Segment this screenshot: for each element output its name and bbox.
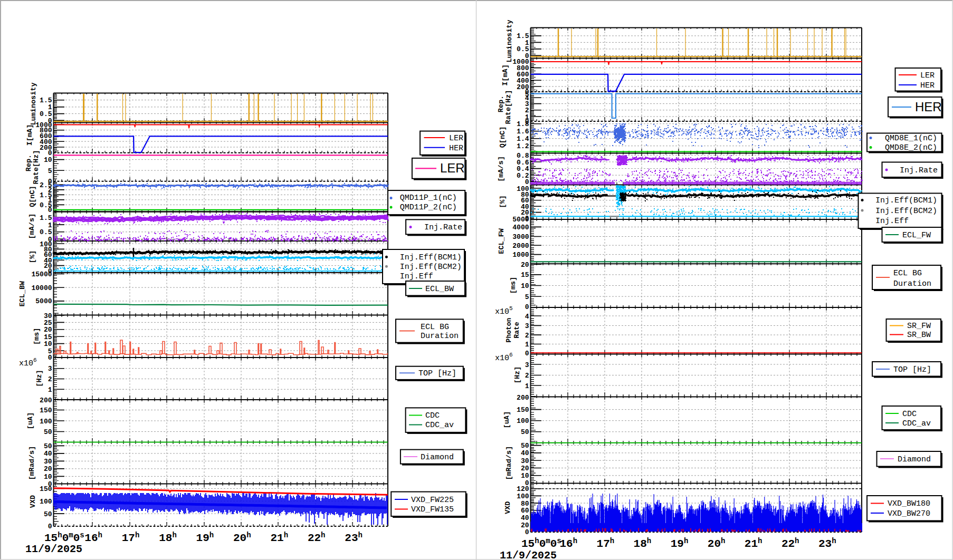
svg-text:50: 50 bbox=[44, 510, 52, 518]
svg-text:30: 30 bbox=[44, 458, 52, 466]
svg-text:Duration: Duration bbox=[893, 279, 931, 288]
svg-text:[mA/s]: [mA/s] bbox=[28, 214, 36, 239]
svg-text:0: 0 bbox=[48, 523, 52, 530]
svg-text:0: 0 bbox=[525, 528, 529, 536]
svg-text:HER: HER bbox=[449, 144, 463, 153]
svg-text:22h: 22h bbox=[782, 537, 799, 550]
svg-text:19h: 19h bbox=[196, 531, 214, 544]
svg-text:CDC: CDC bbox=[425, 411, 440, 420]
svg-text:100: 100 bbox=[517, 417, 529, 425]
svg-text:0: 0 bbox=[48, 206, 52, 214]
svg-text:15000: 15000 bbox=[31, 271, 52, 278]
svg-text:Rep.: Rep. bbox=[25, 155, 33, 171]
svg-text:5: 5 bbox=[525, 293, 529, 301]
svg-text:[mA/s]: [mA/s] bbox=[497, 156, 505, 182]
svg-text:[%]: [%] bbox=[499, 195, 507, 208]
svg-text:23h: 23h bbox=[818, 537, 836, 550]
svg-text:1: 1 bbox=[48, 386, 52, 394]
svg-text:1000: 1000 bbox=[512, 251, 529, 259]
svg-text:50: 50 bbox=[521, 428, 529, 436]
svg-text:0: 0 bbox=[525, 303, 529, 311]
svg-text:x106: x106 bbox=[19, 357, 37, 368]
svg-text:SR_FW: SR_FW bbox=[907, 322, 931, 331]
svg-text:10: 10 bbox=[521, 282, 529, 290]
svg-text:QMD11P_1(nC): QMD11P_1(nC) bbox=[400, 194, 457, 202]
svg-text:VXD_FW135: VXD_FW135 bbox=[411, 505, 454, 514]
svg-text:Luminosity: Luminosity bbox=[506, 20, 513, 62]
svg-text:5000: 5000 bbox=[512, 216, 529, 224]
svg-text:50: 50 bbox=[44, 428, 52, 436]
svg-text:[ms]: [ms] bbox=[509, 277, 517, 294]
svg-text:1: 1 bbox=[525, 382, 529, 390]
svg-text:2000: 2000 bbox=[512, 242, 529, 250]
svg-text:Inj.Eff(BCM2): Inj.Eff(BCM2) bbox=[875, 207, 937, 216]
svg-text:Rate[Hz]: Rate[Hz] bbox=[504, 90, 512, 124]
svg-text:Diamond: Diamond bbox=[898, 455, 931, 464]
svg-text:ECL_FW: ECL_FW bbox=[498, 228, 506, 254]
svg-text:VXD: VXD bbox=[504, 501, 512, 514]
svg-text:1.4: 1.4 bbox=[517, 135, 529, 143]
svg-text:3: 3 bbox=[525, 361, 529, 369]
svg-text:ECL BG: ECL BG bbox=[421, 323, 449, 332]
svg-text:1.2: 1.2 bbox=[517, 142, 529, 150]
svg-text:Inj.Eff: Inj.Eff bbox=[400, 272, 433, 281]
svg-text:15: 15 bbox=[521, 271, 529, 279]
svg-text:Inj.Eff: Inj.Eff bbox=[875, 217, 909, 226]
svg-text:1.6: 1.6 bbox=[517, 128, 529, 136]
svg-text:40: 40 bbox=[44, 450, 52, 458]
svg-text:150: 150 bbox=[517, 406, 529, 414]
svg-text:LER: LER bbox=[449, 134, 463, 143]
svg-text:0: 0 bbox=[48, 354, 52, 362]
svg-text:[ms]: [ms] bbox=[33, 328, 41, 345]
svg-text:Inj.Eff(BCM1): Inj.Eff(BCM1) bbox=[875, 196, 937, 205]
svg-text:16h: 16h bbox=[560, 537, 578, 550]
svg-text:I[mA]: I[mA] bbox=[501, 64, 509, 86]
svg-text:Rep.: Rep. bbox=[497, 95, 505, 112]
svg-text:VXD_BW270: VXD_BW270 bbox=[888, 509, 930, 518]
svg-text:150: 150 bbox=[40, 485, 52, 493]
svg-text:10: 10 bbox=[44, 156, 52, 164]
svg-text:10: 10 bbox=[521, 472, 529, 480]
svg-text:Diamond: Diamond bbox=[421, 453, 454, 462]
svg-text:17h: 17h bbox=[597, 537, 615, 550]
svg-text:50: 50 bbox=[521, 442, 529, 450]
svg-text:CDC_av: CDC_av bbox=[902, 419, 931, 428]
svg-text:23h: 23h bbox=[345, 531, 363, 544]
svg-text:VXD: VXD bbox=[29, 495, 37, 508]
svg-text:ECL_BW: ECL_BW bbox=[18, 281, 26, 307]
svg-text:10000: 10000 bbox=[31, 284, 52, 292]
svg-text:CDC: CDC bbox=[902, 410, 917, 419]
svg-text:20: 20 bbox=[44, 465, 52, 473]
svg-text:[Hz]: [Hz] bbox=[35, 370, 43, 387]
svg-text:Duration: Duration bbox=[421, 332, 459, 341]
svg-text:ECL_BW: ECL_BW bbox=[425, 285, 454, 294]
svg-text:0: 0 bbox=[525, 350, 529, 358]
svg-text:50: 50 bbox=[44, 442, 52, 450]
svg-text:18h: 18h bbox=[159, 531, 177, 544]
svg-text:15h0m0s: 15h0m0s bbox=[44, 531, 84, 544]
svg-text:4: 4 bbox=[525, 313, 529, 321]
svg-text:Rate[Hz]: Rate[Hz] bbox=[32, 150, 40, 185]
svg-text:21h: 21h bbox=[745, 537, 763, 550]
svg-text:3000: 3000 bbox=[512, 233, 529, 241]
svg-text:15h0m0s: 15h0m0s bbox=[521, 537, 561, 550]
svg-text:Rate: Rate bbox=[513, 322, 521, 338]
svg-text:[%]: [%] bbox=[28, 250, 36, 263]
svg-text:x106: x106 bbox=[495, 352, 513, 363]
svg-text:TOP [Hz]: TOP [Hz] bbox=[418, 369, 456, 378]
svg-text:20: 20 bbox=[521, 261, 529, 269]
svg-text:3: 3 bbox=[525, 322, 529, 330]
svg-text:4000: 4000 bbox=[512, 224, 529, 231]
svg-text:[mRad/s]: [mRad/s] bbox=[28, 446, 36, 480]
svg-text:Inj.Eff(BCM1): Inj.Eff(BCM1) bbox=[400, 253, 462, 262]
svg-text:11/9/2025: 11/9/2025 bbox=[500, 549, 557, 560]
svg-text:HER: HER bbox=[920, 81, 935, 90]
svg-text:[mRad/s]: [mRad/s] bbox=[505, 446, 513, 480]
svg-text:ECL_FW: ECL_FW bbox=[902, 231, 931, 240]
svg-text:3: 3 bbox=[48, 365, 52, 373]
svg-text:150: 150 bbox=[40, 407, 52, 414]
svg-text:QMD8E_1(nC): QMD8E_1(nC) bbox=[885, 134, 937, 143]
svg-text:SR_BW: SR_BW bbox=[907, 331, 931, 340]
svg-text:ECL BG: ECL BG bbox=[893, 269, 922, 278]
svg-text:22h: 22h bbox=[308, 531, 326, 544]
